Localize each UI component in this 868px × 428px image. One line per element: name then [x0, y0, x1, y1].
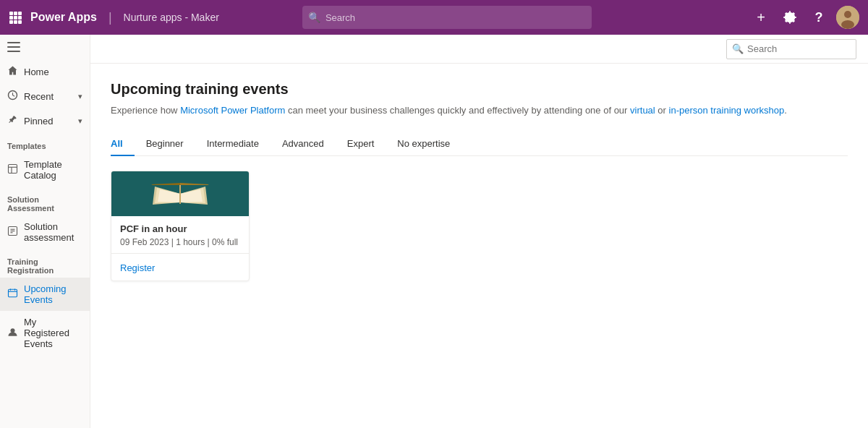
svg-rect-14	[7, 51, 20, 52]
svg-rect-12	[7, 42, 20, 43]
tab-beginner[interactable]: Beginner	[135, 132, 195, 156]
recent-label: Recent	[24, 91, 54, 102]
upcoming-events-icon	[7, 288, 18, 301]
card-body: PCF in an hour 09 Feb 2023 | 1 hours | 0…	[111, 216, 249, 281]
topbar-subtitle: Nurture apps - Maker	[124, 12, 219, 23]
subheader: 🔍	[90, 35, 868, 64]
event-card[interactable]: PCF in an hour 09 Feb 2023 | 1 hours | 0…	[111, 171, 250, 281]
page-description: Experience how Microsoft Power Platform …	[111, 103, 848, 118]
pinned-chevron: ▾	[78, 116, 82, 126]
avatar-image	[836, 6, 859, 29]
svg-rect-3	[9, 16, 13, 20]
svg-rect-13	[7, 46, 20, 48]
topbar-search-container: 🔍	[302, 6, 592, 29]
svg-rect-16	[9, 165, 17, 174]
home-icon	[7, 65, 18, 78]
svg-rect-4	[14, 16, 17, 20]
topbar-search-input[interactable]	[302, 6, 592, 29]
add-button[interactable]: +	[749, 6, 773, 29]
subheader-search-icon: 🔍	[732, 43, 744, 54]
tab-advanced[interactable]: Advanced	[271, 132, 336, 156]
my-registered-label: My Registered Events	[24, 317, 82, 349]
svg-rect-8	[18, 20, 22, 24]
card-image	[111, 171, 249, 216]
sidebar-item-template-catalog[interactable]: Template Catalog	[0, 153, 90, 187]
topbar-divider: |	[109, 10, 112, 25]
recent-icon	[7, 90, 18, 103]
sidebar-item-solution-assessment[interactable]: Solution assessment	[0, 215, 90, 249]
cards-grid: PCF in an hour 09 Feb 2023 | 1 hours | 0…	[111, 171, 848, 281]
pinned-label: Pinned	[24, 116, 53, 127]
grid-icon[interactable]	[9, 11, 22, 24]
svg-rect-2	[18, 12, 22, 15]
app-name: Power Apps	[30, 11, 97, 24]
svg-rect-6	[9, 20, 13, 24]
virtual-link[interactable]: virtual	[630, 105, 655, 116]
book-illustration	[144, 172, 216, 215]
card-divider	[111, 253, 249, 254]
svg-point-11	[841, 20, 854, 29]
svg-point-10	[844, 11, 851, 18]
main-content: Upcoming training events Experience how …	[90, 64, 868, 299]
sidebar-item-home[interactable]: Home	[0, 59, 90, 84]
topbar-search-icon: 🔍	[308, 12, 320, 23]
tab-intermediate[interactable]: Intermediate	[195, 132, 271, 156]
sidebar-item-upcoming-events[interactable]: Upcoming Events	[0, 278, 90, 311]
template-catalog-label: Template Catalog	[24, 159, 82, 181]
svg-rect-7	[14, 20, 17, 24]
help-button[interactable]: ?	[807, 6, 830, 29]
svg-rect-0	[9, 12, 13, 15]
microsoft-power-platform-link[interactable]: Microsoft Power Platform	[180, 105, 285, 116]
svg-rect-23	[9, 289, 17, 297]
svg-point-27	[11, 328, 15, 333]
sidebar: Home Recent ▾ Pinned ▾ Templates Templat…	[0, 35, 90, 428]
solution-assessment-section-label: Solution Assessment	[0, 187, 90, 215]
sidebar-item-recent[interactable]: Recent ▾	[0, 84, 90, 108]
home-label: Home	[24, 67, 49, 77]
svg-rect-5	[18, 16, 22, 20]
sidebar-hamburger[interactable]	[0, 35, 90, 59]
avatar[interactable]	[836, 6, 859, 29]
assessment-icon	[7, 226, 18, 239]
tabs: All Beginner Intermediate Advanced Exper…	[111, 132, 848, 156]
layout: Home Recent ▾ Pinned ▾ Templates Templat…	[0, 35, 868, 428]
page-title: Upcoming training events	[111, 81, 848, 98]
my-registered-icon	[7, 327, 18, 340]
main-area: 🔍 Upcoming training events Experience ho…	[90, 35, 868, 428]
in-person-link[interactable]: in-person training workshop	[669, 105, 785, 116]
recent-chevron: ▾	[78, 92, 82, 101]
training-section-label: Training Registration	[0, 249, 90, 278]
topbar: Power Apps | Nurture apps - Maker 🔍 + ?	[0, 0, 868, 35]
pin-icon	[7, 114, 18, 127]
sidebar-item-pinned[interactable]: Pinned ▾	[0, 108, 90, 133]
template-icon	[7, 163, 18, 176]
solution-assessment-label: Solution assessment	[24, 221, 82, 243]
tab-all[interactable]: All	[111, 132, 135, 156]
svg-rect-1	[14, 12, 17, 15]
register-link[interactable]: Register	[120, 260, 155, 273]
topbar-actions: + ?	[749, 6, 859, 29]
subheader-search-container: 🔍	[726, 39, 856, 59]
card-title: PCF in an hour	[120, 223, 240, 234]
subheader-search-input[interactable]	[726, 39, 856, 59]
card-meta: 09 Feb 2023 | 1 hours | 0% full	[120, 237, 240, 247]
templates-section-label: Templates	[0, 133, 90, 153]
settings-button[interactable]	[778, 6, 801, 29]
upcoming-events-label: Upcoming Events	[24, 283, 82, 305]
sidebar-item-my-registered[interactable]: My Registered Events	[0, 311, 90, 355]
tab-no-expertise[interactable]: No expertise	[386, 132, 461, 156]
tab-expert[interactable]: Expert	[336, 132, 386, 156]
